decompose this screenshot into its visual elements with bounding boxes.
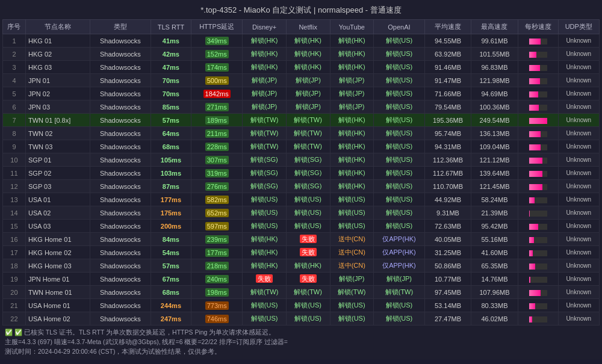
cell-num: 21 xyxy=(3,299,26,312)
cell-name: TWN 03 xyxy=(25,140,90,153)
cell-tls: 200ms xyxy=(150,220,191,233)
cell-udp: Unknown xyxy=(558,259,600,273)
cell-name: USA 01 xyxy=(25,193,90,206)
cell-speed-bar xyxy=(518,206,558,220)
cell-name: HKG Home 01 xyxy=(25,233,90,246)
cell-netflix: 解锁(US) xyxy=(286,299,330,312)
cell-avg: 91.46MB xyxy=(424,61,471,74)
cell-avg: 94.31MB xyxy=(424,140,471,153)
cell-avg: 79.54MB xyxy=(424,100,471,114)
cell-tls: 103ms xyxy=(150,167,191,180)
cell-openai: 仅APP(HK) xyxy=(374,259,425,273)
cell-type: Shadowsocks xyxy=(90,273,151,286)
cell-max: 46.02MB xyxy=(471,312,518,325)
table-row: 10 SGP 01 Shadowsocks 105ms 307ms 解锁(SG)… xyxy=(3,153,600,167)
cell-tls: 87ms xyxy=(150,180,191,193)
cell-type: Shadowsocks xyxy=(90,48,151,61)
cell-num: 13 xyxy=(3,193,26,206)
cell-youtube: 解锁(JP) xyxy=(330,273,374,286)
cell-disney: 解锁(SG) xyxy=(243,167,287,180)
cell-youtube: 解锁(HK) xyxy=(330,140,374,153)
cell-openai: 解锁(US) xyxy=(374,100,425,114)
cell-youtube: 解锁(HK) xyxy=(330,153,374,167)
cell-name: USA Home 01 xyxy=(25,299,90,312)
cell-disney: 解锁(HK) xyxy=(243,61,287,74)
cell-netflix: 解锁(JP) xyxy=(286,74,330,87)
cell-speed-bar xyxy=(518,153,558,167)
cell-https: 500ms xyxy=(191,74,243,87)
cell-tls: 175ms xyxy=(150,206,191,220)
cell-avg: 44.92MB xyxy=(424,193,471,206)
table-row: 13 USA 01 Shadowsocks 177ms 582ms 解锁(US)… xyxy=(3,193,600,206)
table-row: 16 HKG Home 01 Shadowsocks 84ms 239ms 解锁… xyxy=(3,233,600,246)
cell-udp: Unknown xyxy=(558,48,600,61)
cell-disney: 解锁(US) xyxy=(243,299,287,312)
cell-https: 177ms xyxy=(191,246,243,259)
cell-avg: 110.70MB xyxy=(424,180,471,193)
col-youtube: YouTube xyxy=(330,20,374,34)
cell-type: Shadowsocks xyxy=(90,233,151,246)
cell-type: Shadowsocks xyxy=(90,180,151,193)
cell-openai: 解锁(US) xyxy=(374,127,425,140)
cell-avg: 71.66MB xyxy=(424,87,471,100)
cell-tls: 64ms xyxy=(150,127,191,140)
cell-https: 174ms xyxy=(191,61,243,74)
cell-netflix: 解锁(TW) xyxy=(286,286,330,299)
cell-avg: 9.31MB xyxy=(424,206,471,220)
cell-disney: 解锁(HK) xyxy=(243,259,287,273)
cell-https: 652ms xyxy=(191,206,243,220)
cell-udp: Unknown xyxy=(558,273,600,286)
cell-https: 240ms xyxy=(191,273,243,286)
cell-max: 139.64MB xyxy=(471,167,518,180)
cell-max: 65.35MB xyxy=(471,259,518,273)
table-row: 3 HKG 03 Shadowsocks 47ms 174ms 解锁(HK) 解… xyxy=(3,61,600,74)
cell-netflix: 解锁(HK) xyxy=(286,259,330,273)
cell-num: 4 xyxy=(3,74,26,87)
col-openai: OpenAI xyxy=(374,20,425,34)
cell-disney: 解锁(HK) xyxy=(243,34,287,48)
cell-openai: 解锁(US) xyxy=(374,180,425,193)
cell-speed-bar xyxy=(518,220,558,233)
cell-name: JPN 02 xyxy=(25,87,90,100)
cell-type: Shadowsocks xyxy=(90,114,151,127)
cell-type: Shadowsocks xyxy=(90,34,151,48)
cell-youtube: 解锁(US) xyxy=(330,220,374,233)
cell-udp: Unknown xyxy=(558,233,600,246)
cell-https: 597ms xyxy=(191,220,243,233)
cell-udp: Unknown xyxy=(558,87,600,100)
col-num: 序号 xyxy=(3,20,26,34)
cell-speed-bar xyxy=(518,286,558,299)
cell-disney: 解锁(JP) xyxy=(243,100,287,114)
cell-num: 16 xyxy=(3,233,26,246)
cell-openai: 解锁(US) xyxy=(374,193,425,206)
col-speed: 每秒速度 xyxy=(518,20,558,34)
cell-disney: 解锁(US) xyxy=(243,206,287,220)
cell-avg: 10.77MB xyxy=(424,273,471,286)
cell-type: Shadowsocks xyxy=(90,206,151,220)
cell-name: HKG 03 xyxy=(25,61,90,74)
cell-tls: 177ms xyxy=(150,193,191,206)
cell-type: Shadowsocks xyxy=(90,286,151,299)
cell-avg: 195.36MB xyxy=(424,114,471,127)
cell-openai: 解锁(US) xyxy=(374,299,425,312)
cell-name: JPN Home 01 xyxy=(25,273,90,286)
cell-netflix: 解锁(JP) xyxy=(286,87,330,100)
cell-avg: 72.63MB xyxy=(424,220,471,233)
col-tls: TLS RTT xyxy=(150,20,191,34)
cell-https: 152ms xyxy=(191,48,243,61)
cell-https: 582ms xyxy=(191,193,243,206)
cell-max: 100.36MB xyxy=(471,100,518,114)
cell-max: 121.45MB xyxy=(471,180,518,193)
cell-netflix: 失败 xyxy=(286,246,330,259)
results-table: 序号 节点名称 类型 TLS RTT HTTPS延迟 Disney+ Netfl… xyxy=(2,19,600,325)
cell-speed-bar xyxy=(518,299,558,312)
cell-speed-bar xyxy=(518,61,558,74)
cell-avg: 94.55MB xyxy=(424,34,471,48)
cell-max: 249.54MB xyxy=(471,114,518,127)
cell-num: 18 xyxy=(3,259,26,273)
cell-type: Shadowsocks xyxy=(90,299,151,312)
title-bar: *.top-4352 - MiaoKo 自定义测试 | normalspeed … xyxy=(2,2,600,19)
cell-openai: 解锁(US) xyxy=(374,61,425,74)
cell-max: 121.98MB xyxy=(471,74,518,87)
cell-num: 9 xyxy=(3,140,26,153)
